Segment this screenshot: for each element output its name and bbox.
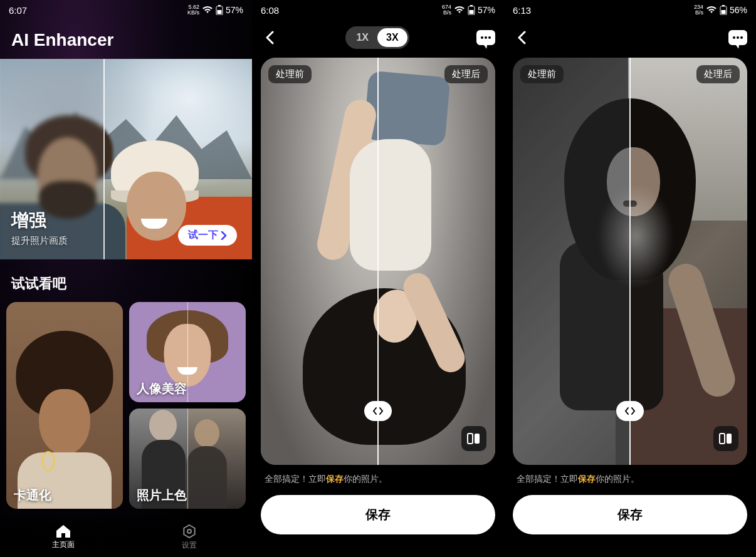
side-by-side-icon [467, 433, 481, 444]
compare-divider-icon [103, 59, 105, 259]
svg-rect-2 [217, 10, 221, 14]
svg-marker-3 [184, 525, 194, 538]
status-time: 6:08 [261, 5, 279, 16]
battery-percent: 56% [730, 5, 747, 15]
battery-icon [720, 5, 727, 15]
svg-point-4 [187, 529, 191, 533]
chevron-right-icon [379, 407, 384, 415]
svg-rect-9 [475, 434, 480, 444]
bottom-nav: 主页面 设置 [0, 517, 252, 557]
chevron-left-icon [517, 31, 526, 44]
done-text: 全部搞定！立即保存你的照片。 [252, 465, 504, 491]
gear-icon [182, 524, 197, 539]
result-image[interactable]: 处理前 处理后 [513, 58, 747, 465]
zoom-1x[interactable]: 1X [347, 28, 377, 47]
wifi-icon [454, 6, 465, 14]
nav-home[interactable]: 主页面 [0, 517, 126, 557]
nav-settings[interactable]: 设置 [126, 517, 252, 557]
network-speed: 234 B/s [694, 4, 703, 16]
tile-label: 人像美容 [137, 380, 187, 397]
status-time: 6:07 [9, 5, 27, 16]
screen-result-1: 6:08 674 B/s 57% 1X 3X [252, 0, 504, 557]
wifi-icon [202, 6, 213, 14]
tile-label: 照片上色 [137, 487, 187, 504]
zoom-toggle: 1X 3X [345, 26, 409, 49]
battery-percent: 57% [478, 5, 495, 15]
wifi-icon [706, 6, 717, 14]
svg-rect-13 [720, 434, 725, 444]
section-title: 试试看吧 [0, 259, 252, 302]
hero-title: 增强 [11, 209, 68, 232]
screen-home: 6:07 5.62 KB/s 57% AI Enhancer [0, 0, 252, 557]
screen-result-2: 6:13 234 B/s 56% [504, 0, 756, 557]
status-time: 6:13 [513, 5, 531, 16]
after-tag: 处理后 [444, 65, 488, 83]
chevron-right-icon [221, 231, 227, 240]
feedback-button[interactable] [476, 30, 495, 45]
tile-label: 卡通化 [14, 487, 51, 504]
chevron-right-icon [631, 407, 636, 415]
side-by-side-button[interactable] [461, 426, 486, 451]
svg-rect-8 [468, 434, 473, 444]
home-icon [56, 524, 71, 538]
svg-rect-14 [727, 434, 732, 444]
before-tag: 处理前 [268, 65, 312, 83]
status-bar: 6:13 234 B/s 56% [504, 0, 756, 20]
status-bar: 6:08 674 B/s 57% [252, 0, 504, 20]
svg-rect-7 [469, 10, 473, 14]
app-title: AI Enhancer [0, 20, 252, 59]
tile-portrait-beauty[interactable]: 人像美容 [129, 302, 246, 402]
save-button[interactable]: 保存 [261, 495, 495, 534]
hero-subtitle: 提升照片画质 [11, 235, 68, 247]
save-button[interactable]: 保存 [513, 495, 747, 534]
hero-enhance-card[interactable]: 增强 提升照片画质 试一下 [0, 59, 252, 259]
status-bar: 6:07 5.62 KB/s 57% [0, 0, 252, 20]
back-button[interactable] [261, 29, 278, 46]
tile-cartoonize[interactable]: 卡通化 [6, 302, 123, 509]
chevron-left-icon [265, 31, 274, 44]
compare-handle[interactable] [364, 401, 392, 421]
svg-rect-12 [721, 10, 725, 14]
side-by-side-button[interactable] [713, 426, 738, 451]
network-speed: 674 B/s [442, 4, 451, 16]
zoom-3x[interactable]: 3X [377, 28, 407, 47]
side-by-side-icon [719, 433, 733, 444]
chevron-left-icon [372, 407, 377, 415]
battery-icon [216, 5, 223, 15]
chevron-left-icon [624, 407, 629, 415]
battery-percent: 57% [226, 5, 243, 15]
tile-colorize[interactable]: 照片上色 [129, 409, 246, 509]
before-tag: 处理前 [520, 65, 564, 83]
result-image[interactable]: 处理前 处理后 [261, 58, 495, 465]
network-speed: 5.62 KB/s [187, 4, 199, 16]
after-tag: 处理后 [696, 65, 740, 83]
back-button[interactable] [513, 29, 530, 46]
compare-handle[interactable] [616, 401, 644, 421]
feedback-button[interactable] [728, 30, 747, 45]
battery-icon [468, 5, 475, 15]
done-text: 全部搞定！立即保存你的照片。 [504, 465, 756, 491]
try-button[interactable]: 试一下 [178, 225, 237, 246]
